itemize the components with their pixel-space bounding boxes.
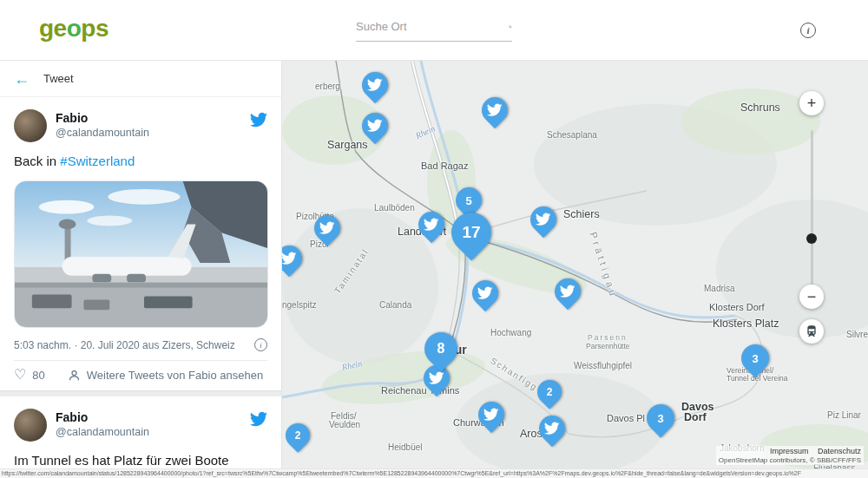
- tweet-cluster-marker[interactable]: 2: [532, 375, 567, 409]
- tweet-marker[interactable]: [534, 410, 570, 447]
- twitter-bird-icon: [472, 280, 498, 306]
- hashtag-link[interactable]: #Switzerland: [60, 154, 135, 168]
- tweet-timestamp: 5:03 nachm. · 20. Juli 2020 aus Zizers, …: [14, 339, 235, 351]
- twitter-bird-icon: [482, 97, 508, 123]
- like-count: 80: [32, 369, 44, 382]
- heart-icon: ♡: [14, 368, 26, 382]
- tweetmap-app: geops i ← Tweet Fabio @calandamountain B…: [0, 0, 868, 478]
- author-name: Fabio: [56, 111, 241, 125]
- twitter-bird-icon: [478, 402, 504, 428]
- tweet-marker[interactable]: [282, 240, 307, 277]
- search-icon[interactable]: [509, 20, 512, 34]
- tweet-marker[interactable]: [357, 67, 393, 103]
- tweet-marker[interactable]: [309, 210, 345, 246]
- person-icon: [68, 369, 81, 382]
- like-button[interactable]: ♡80: [14, 368, 45, 382]
- tweet-marker[interactable]: [525, 201, 562, 238]
- author-handle: @calandamountain: [56, 127, 241, 139]
- tweet-card: Fabio @calandamountain Im Tunnel es hat …: [0, 396, 281, 478]
- cluster-count: 3: [647, 404, 674, 432]
- tweet-photo[interactable]: [14, 180, 268, 328]
- status-url: https://twitter.com/calandamountain/stat…: [0, 469, 868, 478]
- twitter-bird-icon: [555, 278, 581, 304]
- map-markers-layer: 51782332: [282, 61, 868, 478]
- tweet-text: Back in #Switzerland: [14, 153, 267, 170]
- tweet-card: Fabio @calandamountain Back in #Switzerl…: [0, 97, 281, 390]
- more-tweets-link[interactable]: Weitere Tweets von Fabio ansehen: [68, 369, 263, 382]
- tweet-panel: ← Tweet Fabio @calandamountain Back in #…: [0, 61, 282, 478]
- back-arrow-icon[interactable]: ←: [14, 71, 30, 87]
- author-name: Fabio: [56, 410, 241, 424]
- info-icon[interactable]: i: [254, 338, 267, 351]
- tweet-marker[interactable]: [413, 206, 450, 243]
- avatar: [14, 409, 47, 442]
- twitter-bird-icon: [282, 246, 302, 272]
- tweet-marker[interactable]: [477, 92, 513, 128]
- tweet-text: Im Tunnel es hat Platz für zwei Boote: [14, 452, 267, 469]
- tweet-cluster-marker[interactable]: 8: [418, 325, 464, 372]
- logo-text: ge: [39, 15, 67, 42]
- tweet-cluster-marker[interactable]: 3: [641, 398, 680, 437]
- attribution-copyright: OpenStreetMap contributors, © SBB/CFF/FF…: [719, 456, 861, 464]
- twitter-bird-icon[interactable]: [250, 111, 267, 128]
- twitter-bird-icon: [530, 206, 556, 232]
- twitter-bird-icon: [424, 365, 450, 391]
- cluster-count: 17: [451, 213, 491, 252]
- zoom-in-button[interactable]: +: [799, 91, 824, 115]
- train-icon: [805, 324, 819, 338]
- map-canvas[interactable]: erbergSchrunsSargansRheinBad RagazSchesa…: [282, 61, 868, 478]
- twitter-bird-icon: [362, 72, 388, 98]
- zoom-slider-track[interactable]: [811, 130, 813, 285]
- map-attribution: Impressum Datenschutz OpenStreetMap cont…: [716, 446, 864, 465]
- status-bar: https://twitter.com/calandamountain/stat…: [0, 468, 868, 478]
- tweet-cluster-marker[interactable]: 3: [735, 338, 774, 377]
- cluster-count: 3: [741, 344, 769, 372]
- cluster-count: 8: [424, 332, 457, 365]
- impressum-link[interactable]: Impressum: [770, 447, 809, 455]
- datenschutz-link[interactable]: Datenschutz: [818, 447, 861, 455]
- panel-title: Tweet: [43, 72, 74, 85]
- zoom-slider-handle[interactable]: [806, 233, 817, 244]
- twitter-bird-icon: [362, 113, 388, 139]
- twitter-bird-icon[interactable]: [250, 410, 267, 428]
- tweet-cluster-marker[interactable]: 2: [282, 418, 315, 453]
- tweet-cluster-marker[interactable]: 17: [443, 204, 499, 260]
- search-box: [356, 12, 512, 42]
- twitter-bird-icon: [418, 212, 444, 238]
- card-separator: [0, 390, 281, 396]
- geops-logo[interactable]: geops: [39, 15, 108, 43]
- cluster-count: 5: [456, 187, 482, 213]
- divider: [14, 360, 267, 361]
- tweet-marker[interactable]: [549, 273, 586, 310]
- app-header: geops i: [0, 0, 868, 61]
- cluster-count: 2: [286, 423, 310, 448]
- panel-header: ← Tweet: [0, 61, 281, 97]
- twitter-bird-icon: [314, 215, 340, 241]
- avatar: [14, 109, 47, 142]
- zoom-out-button[interactable]: −: [799, 285, 824, 309]
- cluster-count: 2: [537, 380, 562, 404]
- tweet-marker[interactable]: [467, 275, 503, 311]
- transit-layer-button[interactable]: [799, 319, 824, 344]
- airport-photo-illustration: [15, 181, 267, 327]
- twitter-bird-icon: [539, 416, 565, 442]
- search-input[interactable]: [356, 20, 509, 33]
- tweet-marker[interactable]: [357, 108, 393, 144]
- author-handle: @calandamountain: [56, 426, 241, 438]
- info-icon[interactable]: i: [800, 23, 816, 38]
- tweet-marker[interactable]: [473, 396, 510, 433]
